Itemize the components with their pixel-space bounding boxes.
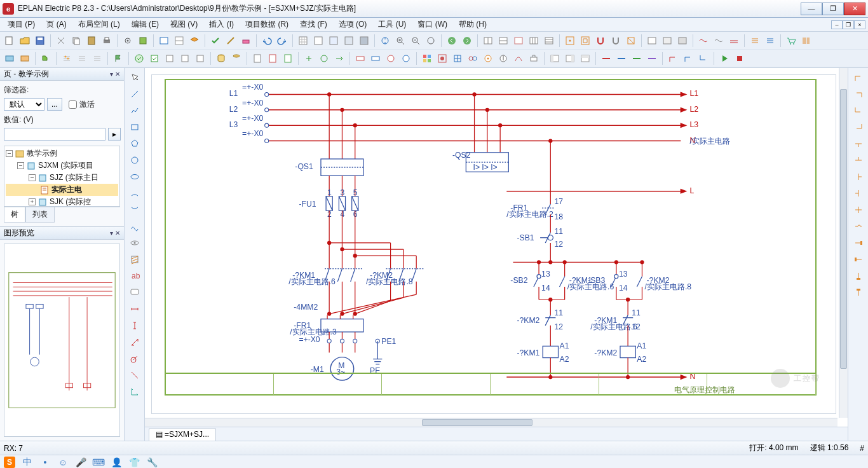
tb-grid-d-icon[interactable]	[342, 34, 356, 48]
tb2-corner-b-icon[interactable]	[681, 52, 695, 65]
tb2-cluster-3-icon[interactable]	[451, 52, 465, 65]
tb-copy-icon[interactable]	[69, 34, 83, 48]
tb2-check-d-icon[interactable]	[178, 52, 192, 65]
tb2-cluster-4-icon[interactable]	[466, 52, 480, 65]
tb-undo-icon[interactable]	[260, 34, 274, 48]
menu-options[interactable]: 选项 (O)	[334, 18, 372, 31]
tb2-wire-green-icon[interactable]	[630, 52, 644, 65]
tb2-nav-c-icon[interactable]	[332, 52, 346, 65]
tray-wrench-icon[interactable]: 🔧	[146, 457, 158, 468]
tb-nav-prev-icon[interactable]	[445, 34, 459, 48]
rt-angle-1-icon[interactable]	[851, 71, 866, 85]
tb-print-icon[interactable]	[100, 34, 114, 48]
project-tree[interactable]: – 教学示例 – SJXM (实际项目 – SJZ (实际主日	[4, 146, 120, 207]
rt-cross-icon[interactable]	[851, 203, 866, 217]
tb-bus-b-icon[interactable]	[763, 34, 777, 48]
tb-table-d-icon[interactable]	[527, 34, 541, 48]
tb2-check-e-icon[interactable]	[193, 52, 207, 65]
preview-thumbnail[interactable]	[4, 244, 120, 437]
tb2-cluster-8-icon[interactable]	[527, 52, 541, 65]
tb2-cluster-2-icon[interactable]	[435, 52, 449, 65]
menu-projdata[interactable]: 项目数据 (R)	[240, 18, 294, 31]
tb-layers-icon[interactable]	[187, 34, 201, 48]
tb2-nav-b-icon[interactable]	[317, 52, 331, 65]
mdi-close-button[interactable]: ×	[854, 20, 865, 29]
tool-line-icon[interactable]	[127, 87, 142, 101]
rt-angle-2-icon[interactable]	[851, 87, 866, 101]
menu-insert[interactable]: 插入 (I)	[204, 18, 239, 31]
rt-angle-4-icon[interactable]	[851, 120, 866, 134]
tb2-stop-icon[interactable]	[733, 52, 747, 65]
tb2-nav-a-icon[interactable]	[302, 52, 316, 65]
tb2-wire-blue-icon[interactable]	[614, 52, 628, 65]
tb-zoom-fit-icon[interactable]	[424, 34, 438, 48]
tray-ime-icon[interactable]: S	[4, 457, 15, 468]
value-input[interactable]	[4, 128, 105, 141]
tb2-slider1-icon[interactable]	[60, 52, 74, 65]
tb2-panel-c-icon[interactable]	[578, 52, 592, 65]
tb-refresh-icon[interactable]	[378, 34, 392, 48]
tb-grid-c-icon[interactable]	[327, 34, 341, 48]
tb2-wire-purple-icon[interactable]	[645, 52, 659, 65]
tb-magnet2-icon[interactable]	[609, 34, 623, 48]
rt-tee-1-icon[interactable]	[851, 137, 866, 151]
collapse-icon[interactable]: –	[29, 174, 36, 181]
tool-comment-icon[interactable]	[127, 286, 142, 299]
tool-dim-h-icon[interactable]	[127, 302, 142, 316]
tb2-check-b-icon[interactable]	[147, 52, 161, 65]
tool-circle-icon[interactable]	[127, 153, 142, 167]
rt-end-d-icon[interactable]	[851, 269, 866, 283]
tb-grid-b-icon[interactable]	[311, 34, 325, 48]
tb-macro-icon[interactable]	[157, 34, 171, 48]
tb-redo-icon[interactable]	[275, 34, 289, 48]
tb-wire-b-icon[interactable]	[712, 34, 726, 48]
tb2-doc-b-icon[interactable]	[266, 52, 280, 65]
tool-text-icon[interactable]: ab	[127, 269, 142, 283]
tb-cut-icon[interactable]	[54, 34, 68, 48]
tb2-slider2-icon[interactable]	[75, 52, 89, 65]
rt-jump-icon[interactable]	[851, 219, 866, 233]
tb2-cluster-7-icon[interactable]	[512, 52, 526, 65]
tb2-corner-c-icon[interactable]	[696, 52, 710, 65]
tb-magnet-icon[interactable]	[593, 34, 607, 48]
tb-barcode-icon[interactable]	[799, 34, 813, 48]
tb2-cluster-6-icon[interactable]: i	[496, 52, 510, 65]
tb-new-icon[interactable]	[3, 34, 17, 48]
tb-bus-a-icon[interactable]	[748, 34, 762, 48]
tb-anchor-icon[interactable]	[624, 34, 638, 48]
tool-arc-icon[interactable]	[127, 186, 142, 200]
tb-zoom-in-icon[interactable]	[393, 34, 407, 48]
maximize-button[interactable]: ❐	[822, 3, 844, 15]
tb-view-b-icon[interactable]	[660, 34, 674, 48]
tray-mic-icon[interactable]: 🎤	[75, 457, 86, 468]
tb-zoom-out-icon[interactable]	[409, 34, 423, 48]
tb-open-icon[interactable]	[18, 34, 32, 48]
drawing-canvas[interactable]: L1 L2 L3 N /实际主电路 L N L1L2L3 =+-X0 =+-X0…	[151, 74, 836, 414]
tb-table-c-icon[interactable]	[512, 34, 526, 48]
collapse-icon[interactable]: –	[17, 162, 24, 169]
horizontal-scrollbar[interactable]	[145, 418, 837, 427]
tree-node-page-selected[interactable]: 实际主电	[6, 184, 118, 196]
menu-page[interactable]: 页 (A)	[41, 18, 71, 31]
tb-settings-gear-icon[interactable]	[121, 34, 135, 48]
tb2-doc-a-icon[interactable]	[250, 52, 264, 65]
doc-tab[interactable]: ▤ =SJXM+SJ...	[149, 428, 216, 441]
close-button[interactable]: ✕	[844, 3, 865, 15]
menu-view[interactable]: 视图 (V)	[165, 18, 203, 31]
tb-table-e-icon[interactable]	[542, 34, 556, 48]
tb-check-icon[interactable]	[208, 34, 222, 48]
tb2-doc-c-icon[interactable]	[281, 52, 295, 65]
tool-hatch-icon[interactable]	[127, 252, 142, 266]
tb2-flag-green-icon[interactable]	[111, 52, 125, 65]
tb-eraser-icon[interactable]	[239, 34, 253, 48]
tb-wand-icon[interactable]	[224, 34, 238, 48]
tree-node-sjk[interactable]: + SJK (实际控	[6, 196, 118, 207]
tool-dim-a-icon[interactable]	[127, 335, 142, 349]
tb2-comp-c-icon[interactable]	[384, 52, 398, 65]
tb-grid-a-icon[interactable]	[296, 34, 310, 48]
tb-view-a-icon[interactable]	[645, 34, 659, 48]
tb-nav-next-icon[interactable]	[460, 34, 474, 48]
mdi-min-button[interactable]: –	[831, 20, 843, 29]
menu-project[interactable]: 项目 (P)	[3, 18, 40, 31]
tool-spline-icon[interactable]	[127, 219, 142, 233]
